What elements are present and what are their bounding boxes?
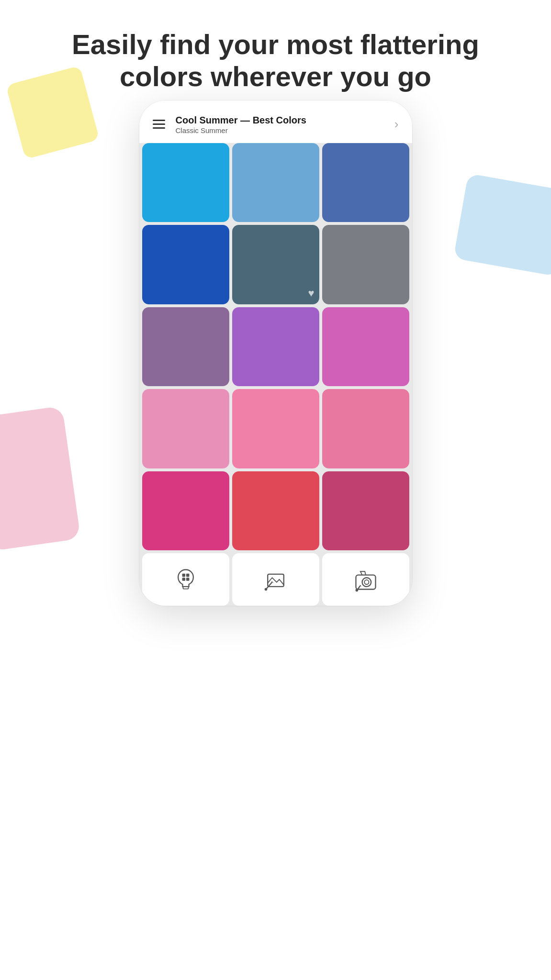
color-grid: ♥ [139, 143, 412, 550]
color-analysis-button[interactable] [142, 553, 229, 606]
hamburger-line-2 [153, 123, 165, 125]
svg-rect-2 [182, 574, 185, 577]
heading-line1: Easily find your most flattering [72, 29, 479, 60]
camera-picker-icon [352, 566, 379, 593]
color-analysis-icon [172, 566, 199, 593]
svg-rect-1 [186, 578, 189, 581]
main-heading: Easily find your most flattering colors … [38, 29, 513, 92]
hamburger-line-1 [153, 120, 165, 121]
header-title: Cool Summer — Best Colors [176, 114, 390, 126]
color-cell-light-pink[interactable] [142, 389, 229, 468]
color-cell-royal-blue[interactable] [142, 225, 229, 304]
camera-picker-button[interactable] [322, 553, 409, 606]
color-cell-bright-blue[interactable] [142, 143, 229, 222]
chevron-right-icon[interactable]: › [394, 117, 399, 132]
svg-point-12 [355, 589, 358, 592]
color-cell-muted-purple[interactable] [142, 307, 229, 386]
color-cell-medium-pink[interactable] [232, 389, 319, 468]
heading-line2: colors wherever you go [120, 61, 431, 92]
image-picker-icon [262, 566, 289, 593]
header-text-block: Cool Summer — Best Colors Classic Summer [176, 114, 390, 134]
color-cell-coral-red[interactable] [232, 471, 319, 550]
svg-point-10 [364, 580, 369, 584]
hamburger-line-3 [153, 127, 165, 129]
color-cell-steel-teal[interactable]: ♥ [232, 225, 319, 304]
svg-line-6 [266, 582, 272, 590]
color-cell-bright-pink-purple[interactable] [322, 307, 409, 386]
heart-icon: ♥ [308, 287, 314, 300]
phone-mockup: Cool Summer — Best Colors Classic Summer… [139, 100, 412, 606]
color-cell-dark-pink[interactable] [322, 471, 409, 550]
svg-rect-0 [182, 578, 185, 581]
header-subtitle: Classic Summer [176, 126, 390, 134]
heading-container: Easily find your most flattering colors … [0, 29, 551, 92]
color-cell-medium-purple[interactable] [232, 307, 319, 386]
bg-blue-shape [453, 173, 551, 276]
hamburger-menu-button[interactable] [153, 120, 165, 129]
svg-point-9 [362, 578, 371, 587]
svg-rect-3 [186, 574, 189, 577]
svg-point-7 [264, 588, 267, 591]
color-cell-deep-rose[interactable] [142, 471, 229, 550]
color-cell-warm-gray[interactable] [322, 225, 409, 304]
phone-header: Cool Summer — Best Colors Classic Summer… [139, 100, 412, 143]
bottom-toolbar [139, 550, 412, 606]
color-cell-slate-blue[interactable] [322, 143, 409, 222]
svg-rect-4 [183, 587, 188, 589]
color-cell-periwinkle[interactable] [232, 143, 319, 222]
bg-pink-shape [0, 406, 81, 551]
color-cell-hot-pink[interactable] [322, 389, 409, 468]
image-picker-button[interactable] [232, 553, 319, 606]
